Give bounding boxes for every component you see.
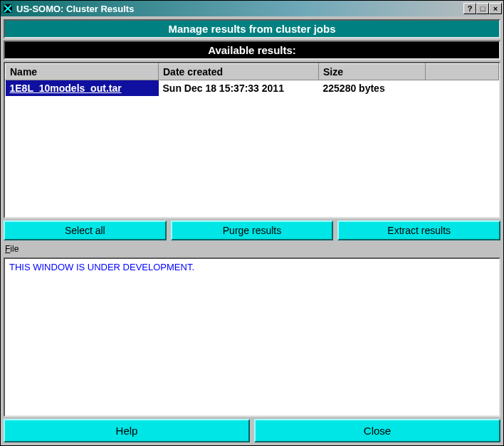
select-all-button[interactable]: Select all [4,221,167,240]
column-header-extra[interactable] [426,64,499,80]
help-button-main[interactable]: Help [4,419,250,442]
extract-results-button[interactable]: Extract results [337,221,500,240]
column-header-name[interactable]: Name [6,64,159,80]
manage-banner: Manage results from cluster jobs [4,19,500,38]
cell-date[interactable]: Sun Dec 18 15:37:33 2011 [159,80,319,97]
cell-size[interactable]: 225280 bytes [319,80,426,97]
bottom-button-row: Help Close [4,419,500,442]
close-window-button[interactable]: × [489,3,502,14]
cell-extra[interactable] [426,80,499,97]
action-button-row: Select all Purge results Extract results [4,221,500,240]
column-header-size[interactable]: Size [319,64,426,80]
cell-name[interactable]: 1E8L_10models_out.tar [6,80,159,97]
log-text-area[interactable]: THIS WINDOW IS UNDER DEVELOPMENT. [4,257,500,417]
window-title: US-SOMO: Cluster Results [16,4,463,14]
close-button-main[interactable]: Close [254,419,500,442]
help-button[interactable]: ? [463,3,476,14]
table-row[interactable]: 1E8L_10models_out.tar Sun Dec 18 15:37:3… [6,80,499,97]
title-bar[interactable]: US-SOMO: Cluster Results ? □ × [1,1,503,16]
window-controls: ? □ × [463,3,502,14]
content-area: Manage results from cluster jobs Availab… [1,16,503,445]
purge-results-button[interactable]: Purge results [171,221,334,240]
results-table: Name Date created Size 1E8L_10models_out… [5,63,499,96]
app-icon [2,3,14,14]
log-menubar: File [4,243,500,255]
results-table-wrapper: Name Date created Size 1E8L_10models_out… [4,62,500,218]
available-banner: Available results: [4,41,500,60]
maximize-button[interactable]: □ [476,3,489,14]
file-menu[interactable]: File [5,244,19,254]
table-header-row: Name Date created Size [6,64,499,80]
app-window: US-SOMO: Cluster Results ? □ × Manage re… [0,0,504,446]
column-header-date[interactable]: Date created [159,64,319,80]
